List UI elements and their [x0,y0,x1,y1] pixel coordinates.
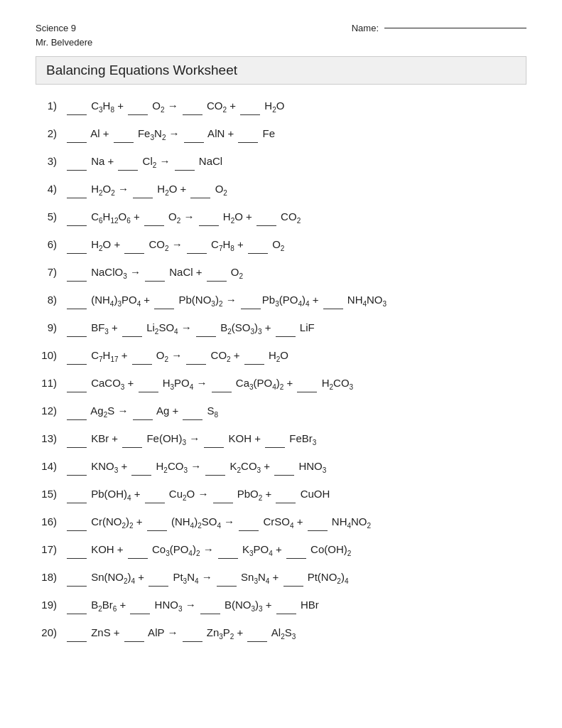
coefficient-blank[interactable] [67,125,87,143]
coefficient-blank[interactable] [128,541,148,559]
reaction-arrow: → [197,377,210,389]
coefficient-blank[interactable] [133,181,153,198]
coefficient-blank[interactable] [67,569,87,587]
equation-number: 8) [36,291,65,309]
coefficient-blank[interactable] [297,375,317,392]
coefficient-blank[interactable] [67,291,87,309]
coefficient-blank[interactable] [183,97,202,115]
coefficient-blank[interactable] [131,458,151,476]
reaction-arrow: → [181,321,195,333]
equation-number: 17) [36,541,65,558]
coefficient-blank[interactable] [67,541,87,559]
coefficient-blank[interactable] [190,181,210,198]
coefficient-blank[interactable] [118,153,138,171]
coefficient-blank[interactable] [184,125,204,143]
name-underline[interactable] [384,28,526,28]
coefficient-blank[interactable] [67,486,87,503]
coefficient-blank[interactable] [67,236,87,254]
coefficient-blank[interactable] [238,125,258,143]
coefficient-blank[interactable] [147,513,167,531]
coefficient-blank[interactable] [241,291,261,309]
coefficient-blank[interactable] [248,236,268,254]
coefficient-blank[interactable] [204,430,224,448]
coefficient-blank[interactable] [186,347,206,365]
coefficient-blank[interactable] [130,596,150,614]
coefficient-blank[interactable] [67,97,87,115]
coefficient-blank[interactable] [145,486,165,503]
coefficient-blank[interactable] [256,208,276,226]
coefficient-blank[interactable] [196,319,216,337]
coefficient-blank[interactable] [67,596,87,614]
equation-row: 6) H2O + CO2 → C7H8 + O2 [36,236,526,254]
coefficient-blank[interactable] [276,486,296,503]
equation-row: 8) (NH4)3PO4 + Pb(NO3)2 → Pb3(PO4)4 + NH… [36,291,526,309]
coefficient-blank[interactable] [244,347,264,365]
coefficient-blank[interactable] [265,430,285,448]
coefficient-blank[interactable] [67,402,87,420]
coefficient-blank[interactable] [122,430,142,448]
coefficient-blank[interactable] [239,513,259,531]
coefficient-blank[interactable] [205,458,225,476]
coefficient-blank[interactable] [128,97,148,115]
coefficient-blank[interactable] [148,569,168,587]
equation-content: KOH + Co3(PO4)2 → K3PO4 + Co(OH)2 [65,541,526,559]
coefficient-blank[interactable] [133,402,153,420]
course-label: Science 9 [36,21,92,36]
coefficient-blank[interactable] [67,347,87,365]
coefficient-blank[interactable] [247,624,267,642]
coefficient-blank[interactable] [67,208,87,226]
coefficient-blank[interactable] [213,486,233,503]
coefficient-blank[interactable] [274,458,294,476]
coefficient-blank[interactable] [67,153,87,171]
coefficient-blank[interactable] [308,513,328,531]
coefficient-blank[interactable] [67,624,87,642]
coefficient-blank[interactable] [183,402,202,420]
coefficient-blank[interactable] [139,375,158,392]
coefficient-blank[interactable] [144,208,164,226]
reaction-arrow: → [198,488,211,500]
coefficient-blank[interactable] [114,125,134,143]
coefficient-blank[interactable] [207,264,227,282]
reaction-arrow: → [168,100,181,112]
coefficient-blank[interactable] [67,375,87,392]
reaction-arrow: → [226,294,239,306]
coefficient-blank[interactable] [122,319,142,337]
coefficient-blank[interactable] [145,264,165,282]
coefficient-blank[interactable] [283,569,303,587]
coefficient-blank[interactable] [132,347,152,365]
coefficient-blank[interactable] [124,236,144,254]
equation-content: C6H12O6 + O2 → H2O + CO2 [65,208,526,226]
coefficient-blank[interactable] [217,569,237,587]
reaction-arrow: → [118,183,131,195]
coefficient-blank[interactable] [276,319,296,337]
coefficient-blank[interactable] [200,596,220,614]
coefficient-blank[interactable] [67,264,87,282]
coefficient-blank[interactable] [154,291,174,309]
coefficient-blank[interactable] [67,181,87,198]
coefficient-blank[interactable] [199,208,219,226]
equation-content: C7H17 + O2 → CO2 + H2O [65,347,526,365]
equation-number: 11) [36,375,65,392]
coefficient-blank[interactable] [67,513,87,531]
reaction-arrow: → [203,543,217,555]
equation-content: Pb(OH)4 + Cu2O → PbO2 + CuOH [65,486,526,503]
coefficient-blank[interactable] [67,458,87,476]
coefficient-blank[interactable] [183,624,202,642]
equation-row: 19) B2Br6 + HNO3 → B(NO3)3 + HBr [36,596,526,614]
reaction-arrow: → [190,460,204,472]
coefficient-blank[interactable] [218,541,238,559]
equation-number: 18) [36,569,65,586]
coefficient-blank[interactable] [323,291,343,309]
coefficient-blank[interactable] [175,153,195,171]
equation-content: C3H8 + O2 → CO2 + H2O [65,97,526,115]
coefficient-blank[interactable] [67,319,87,337]
coefficient-blank[interactable] [286,541,306,559]
coefficient-blank[interactable] [187,236,207,254]
coefficient-blank[interactable] [212,375,232,392]
equation-content: Na + Cl2 → NaCl [65,153,526,171]
equation-row: 10) C7H17 + O2 → CO2 + H2O [36,347,526,365]
coefficient-blank[interactable] [124,624,144,642]
coefficient-blank[interactable] [240,97,260,115]
coefficient-blank[interactable] [67,430,87,448]
coefficient-blank[interactable] [276,596,296,614]
